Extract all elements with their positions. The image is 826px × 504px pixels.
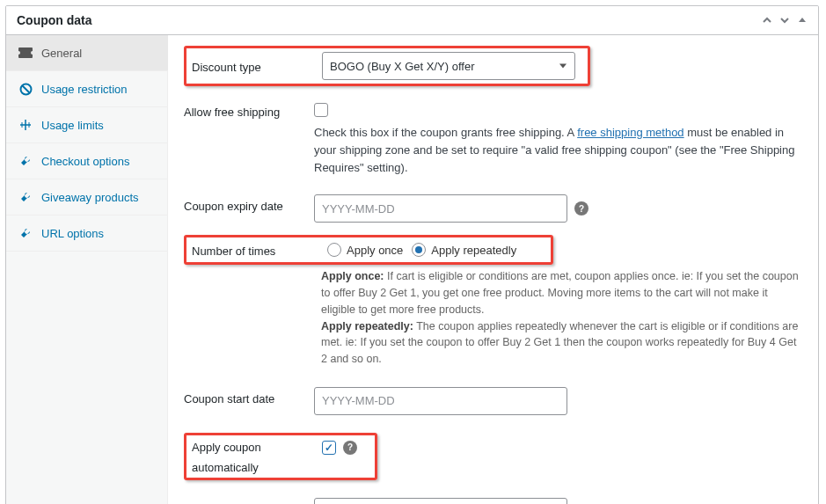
panel-body: General Usage restriction Usage limits C… — [6, 35, 818, 504]
start-date-input[interactable] — [314, 387, 567, 415]
sidebar-item-checkout-options[interactable]: Checkout options — [6, 143, 167, 179]
free-shipping-label: Allow free shipping — [184, 100, 314, 119]
sidebar-item-label: Giveaway products — [41, 191, 139, 204]
sidebar-item-general[interactable]: General — [6, 35, 167, 71]
display-in-label: Display coupon in — [184, 498, 314, 504]
svg-line-4 — [22, 85, 30, 93]
number-of-times-label: Number of times — [192, 242, 322, 258]
ticket-icon — [18, 46, 33, 60]
sidebar-item-label: URL options — [41, 227, 104, 240]
panel-header: Coupon data — [6, 6, 818, 35]
free-shipping-checkbox[interactable] — [314, 103, 328, 117]
sidebar-item-giveaway-products[interactable]: Giveaway products — [6, 179, 167, 215]
toggle-panel-icon[interactable] — [797, 15, 808, 26]
order-up-icon[interactable] — [762, 15, 772, 26]
discount-type-label: Discount type — [192, 58, 322, 74]
free-shipping-description: Check this box if the coupon grants free… — [314, 124, 802, 177]
apply-explanation: Apply once: If cart is eligible or condi… — [321, 268, 802, 368]
wrench-icon — [18, 190, 33, 204]
discount-type-select-wrap: BOGO (Buy X Get X/Y) offer — [322, 52, 575, 80]
sidebar-item-label: Checkout options — [41, 155, 129, 168]
apply-once-radio[interactable] — [327, 243, 341, 257]
start-date-row: Coupon start date — [184, 378, 802, 424]
discount-type-select[interactable]: BOGO (Buy X Get X/Y) offer — [322, 52, 575, 80]
help-icon[interactable]: ? — [343, 441, 357, 455]
coupon-data-panel: Coupon data General Usage restriction Us… — [5, 5, 819, 504]
display-in-input[interactable] — [314, 498, 567, 504]
sliders-icon — [18, 118, 33, 132]
panel-controls — [762, 15, 808, 26]
sidebar-item-url-options[interactable]: URL options — [6, 215, 167, 252]
expiry-date-row: Coupon expiry date ? — [184, 186, 802, 231]
apply-auto-checkbox[interactable] — [322, 441, 336, 455]
sidebar-item-label: General — [41, 47, 82, 60]
expiry-date-input[interactable] — [314, 194, 567, 223]
display-in-row: Display coupon in ? — [184, 489, 802, 504]
help-icon[interactable]: ? — [574, 201, 588, 215]
free-shipping-method-link[interactable]: free shipping method — [577, 126, 683, 139]
apply-auto-row: Apply coupon automatically ? — [184, 433, 377, 480]
expiry-date-label: Coupon expiry date — [184, 194, 314, 213]
discount-type-row: Discount type BOGO (Buy X Get X/Y) offer — [184, 46, 590, 86]
apply-repeatedly-label: Apply repeatedly — [431, 244, 516, 257]
free-shipping-row: Allow free shipping Check this box if th… — [184, 91, 802, 186]
sidebar-item-usage-restriction[interactable]: Usage restriction — [6, 71, 167, 107]
apply-repeatedly-radio[interactable] — [412, 243, 426, 257]
sidebar-item-usage-limits[interactable]: Usage limits — [6, 107, 167, 143]
content-area: Discount type BOGO (Buy X Get X/Y) offer… — [168, 35, 818, 504]
start-date-label: Coupon start date — [184, 387, 314, 405]
number-of-times-row: Number of times Apply once Apply repeate… — [184, 235, 553, 265]
sidebar-item-label: Usage limits — [41, 119, 104, 132]
wrench-icon — [18, 226, 33, 240]
apply-auto-label-2: automatically — [192, 461, 322, 474]
sidebar-item-label: Usage restriction — [41, 83, 128, 96]
apply-auto-label-1: Apply coupon — [192, 439, 322, 454]
wrench-icon — [18, 154, 33, 168]
sidebar: General Usage restriction Usage limits C… — [6, 35, 168, 504]
svg-rect-0 — [18, 47, 33, 58]
panel-title: Coupon data — [17, 13, 92, 27]
apply-once-label: Apply once — [347, 244, 403, 257]
order-down-icon[interactable] — [779, 15, 790, 26]
ban-icon — [18, 82, 33, 96]
